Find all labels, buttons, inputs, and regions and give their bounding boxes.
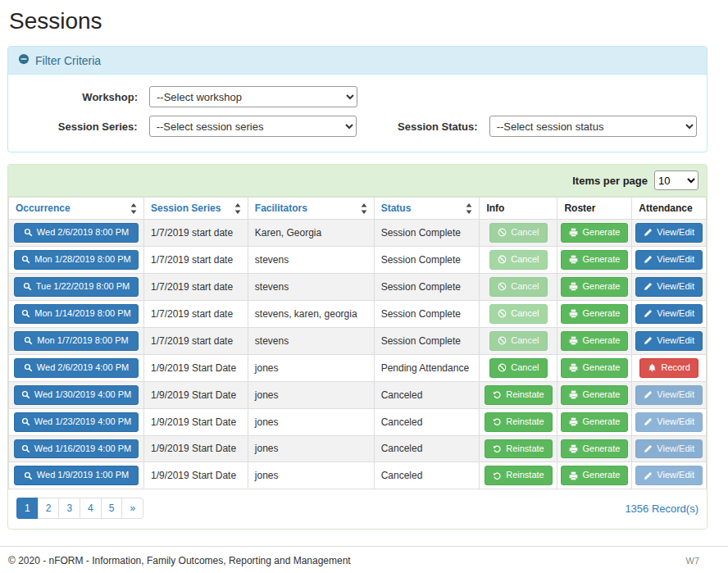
reinstate-button[interactable]: Reinstate	[485, 466, 552, 485]
generate-button[interactable]: Generate	[561, 304, 628, 324]
generate-button[interactable]: Generate	[561, 439, 628, 459]
generate-button[interactable]: Generate	[561, 277, 628, 297]
facilitators-cell: jones	[248, 462, 374, 489]
record-count: 1356 Record(s)	[625, 503, 698, 515]
generate-button[interactable]: Generate	[561, 385, 628, 405]
facilitators-cell: jones	[248, 381, 374, 408]
cancel-button-label: Cancel	[511, 280, 539, 293]
generate-button[interactable]: Generate	[561, 358, 628, 378]
page-container: Sessions Filter Criteria Workshop: --Sel…	[0, 0, 728, 530]
view-edit-button[interactable]: View/Edit	[635, 277, 703, 297]
column-header-status[interactable]: Status	[374, 198, 480, 220]
filter-panel-title: Filter Criteria	[35, 54, 101, 67]
sort-icon[interactable]	[361, 203, 367, 214]
sessions-table-body: Wed 2/6/2019 8:00 PM 1/7/2019 start date…	[9, 220, 707, 489]
occurrence-button[interactable]: Tue 1/22/2019 8:00 PM	[14, 277, 139, 297]
facilitators-cell: stevens	[248, 273, 374, 300]
generate-button-label: Generate	[582, 280, 620, 293]
items-per-page-select[interactable]: 10	[654, 171, 698, 190]
pagination-page-4[interactable]: 4	[80, 498, 102, 519]
info-cell: Cancel	[480, 354, 557, 381]
roster-cell: Generate	[557, 462, 632, 489]
column-label: Session Series	[151, 202, 221, 214]
reinstate-button[interactable]: Reinstate	[485, 385, 552, 405]
view-edit-button-label: View/Edit	[657, 226, 694, 239]
pagination-page-5[interactable]: 5	[101, 498, 123, 519]
filter-panel-header[interactable]: Filter Criteria	[8, 47, 707, 75]
reinstate-button-label: Reinstate	[506, 389, 544, 402]
view-edit-button-label: View/Edit	[657, 416, 694, 429]
table-row: Mon 1/7/2019 8:00 PM 1/7/2019 start date…	[9, 327, 707, 354]
occurrence-button[interactable]: Wed 2/6/2019 8:00 PM	[14, 223, 139, 243]
pagination-next[interactable]: »	[121, 498, 143, 519]
session-series-cell: 1/9/2019 Start Date	[144, 408, 248, 435]
undo-icon	[493, 471, 502, 480]
workshop-select[interactable]: --Select workshop	[149, 86, 357, 107]
pencil-icon	[644, 255, 653, 264]
occurrence-button[interactable]: Wed 1/16/2019 4:00 PM	[14, 439, 139, 459]
generate-button-label: Generate	[582, 362, 620, 375]
minus-circle-icon[interactable]	[18, 53, 30, 67]
info-cell: Cancel	[480, 246, 557, 273]
occurrence-button[interactable]: Wed 2/6/2019 4:00 PM	[14, 358, 139, 378]
search-icon	[21, 390, 30, 399]
ban-icon	[498, 336, 507, 345]
generate-button-label: Generate	[582, 253, 620, 266]
view-edit-button[interactable]: View/Edit	[635, 304, 703, 324]
column-header-session-series[interactable]: Session Series	[144, 198, 248, 220]
attendance-cell: View/Edit	[632, 462, 707, 489]
info-cell: Reinstate	[480, 462, 557, 489]
info-cell: Reinstate	[480, 435, 557, 462]
table-row: Wed 1/23/2019 4:00 PM 1/9/2019 Start Dat…	[9, 408, 707, 435]
generate-button[interactable]: Generate	[561, 466, 628, 485]
generate-button[interactable]: Generate	[561, 412, 628, 432]
session-series-cell: 1/7/2019 start date	[144, 273, 248, 300]
pagination-page-2[interactable]: 2	[38, 498, 60, 519]
reinstate-button[interactable]: Reinstate	[485, 439, 552, 459]
view-edit-button[interactable]: View/Edit	[635, 223, 703, 243]
occurrence-button[interactable]: Mon 1/28/2019 8:00 PM	[14, 250, 139, 270]
record-button[interactable]: Record	[639, 358, 698, 378]
column-header-facilitators[interactable]: Facilitators	[248, 198, 374, 220]
generate-button[interactable]: Generate	[561, 223, 628, 243]
table-row: Wed 1/9/2019 1:00 PM 1/9/2019 Start Date…	[9, 462, 707, 489]
status-cell: Session Complete	[374, 327, 480, 354]
print-icon	[569, 444, 578, 453]
view-edit-button[interactable]: View/Edit	[635, 250, 703, 270]
ban-icon	[498, 228, 507, 237]
occurrence-button[interactable]: Wed 1/9/2019 1:00 PM	[14, 466, 139, 485]
occurrence-button[interactable]: Wed 1/30/2019 4:00 PM	[14, 385, 139, 405]
status-cell: Session Complete	[374, 300, 480, 327]
generate-button[interactable]: Generate	[561, 250, 628, 270]
occurrence-button[interactable]: Mon 1/7/2019 8:00 PM	[14, 331, 139, 351]
print-icon	[569, 309, 578, 318]
info-cell: Cancel	[480, 273, 557, 300]
sort-icon[interactable]	[234, 203, 241, 214]
occurrence-button-label: Wed 1/30/2019 4:00 PM	[34, 389, 131, 402]
occurrence-button-label: Mon 1/7/2019 8:00 PM	[37, 334, 128, 348]
pagination-page-3[interactable]: 3	[58, 498, 80, 519]
pagination-page-1[interactable]: 1	[16, 498, 39, 519]
cancel-button[interactable]: Cancel	[489, 358, 547, 378]
search-icon	[21, 255, 30, 264]
status-cell: Session Complete	[374, 273, 480, 300]
column-header-occurrence[interactable]: Occurrence	[9, 198, 144, 220]
occurrence-button[interactable]: Wed 1/23/2019 4:00 PM	[14, 412, 139, 432]
occurrence-button[interactable]: Mon 1/14/2019 8:00 PM	[14, 304, 139, 324]
print-icon	[569, 228, 578, 237]
view-edit-button: View/Edit	[635, 466, 703, 485]
sessions-panel-header: Items per page 10	[8, 165, 707, 197]
view-edit-button[interactable]: View/Edit	[635, 331, 703, 351]
sort-icon[interactable]	[130, 203, 137, 214]
reinstate-button[interactable]: Reinstate	[485, 412, 552, 432]
generate-button[interactable]: Generate	[561, 331, 628, 351]
session-series-select[interactable]: --Select session series	[149, 116, 357, 137]
items-per-page-label: Items per page	[572, 175, 648, 187]
sort-icon[interactable]	[466, 203, 472, 214]
session-status-select[interactable]: --Select session status	[489, 116, 697, 137]
session-series-cell: 1/7/2019 start date	[144, 300, 248, 327]
footer-copyright: © 2020 - nFORM - Information, Family Out…	[8, 555, 351, 566]
cancel-button-label: Cancel	[511, 334, 539, 348]
view-edit-button-label: View/Edit	[657, 280, 694, 293]
roster-cell: Generate	[557, 220, 632, 247]
